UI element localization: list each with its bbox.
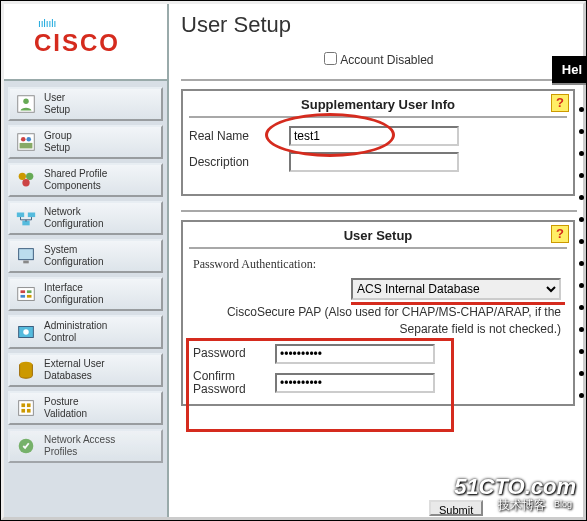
- profiles-icon: [14, 434, 38, 458]
- help-tab[interactable]: Hel: [552, 56, 586, 85]
- components-icon: [14, 168, 38, 192]
- sidebar-label: Network Configuration: [44, 206, 103, 230]
- sidebar-label: Administration Control: [44, 320, 107, 344]
- password-label: Password: [193, 347, 275, 360]
- help-bullet-list: [579, 107, 584, 398]
- network-icon: [14, 206, 38, 230]
- database-icon: [14, 358, 38, 382]
- confirm-password-label: Confirm Password: [193, 370, 275, 396]
- sidebar-label: User Setup: [44, 92, 70, 116]
- logo-bars-icon: ıılıılı: [38, 18, 161, 29]
- svg-rect-5: [20, 143, 33, 149]
- user-setup-panel: ? User Setup Password Authentication: AC…: [181, 220, 575, 406]
- divider: [181, 210, 577, 212]
- svg-rect-15: [21, 290, 26, 293]
- svg-rect-13: [23, 261, 29, 264]
- sidebar-label: System Configuration: [44, 244, 103, 268]
- sidebar-item-group-setup[interactable]: Group Setup: [8, 125, 163, 159]
- panel-title-supp: Supplementary User Info: [189, 93, 567, 114]
- sidebar-label: Posture Validation: [44, 396, 87, 420]
- sidebar-item-admin-control[interactable]: Administration Control: [8, 315, 163, 349]
- account-disabled-row: Account Disabled: [179, 48, 579, 77]
- sidebar-item-interface-config[interactable]: Interface Configuration: [8, 277, 163, 311]
- sidebar-item-access-profiles[interactable]: Network Access Profiles: [8, 429, 163, 463]
- password-auth-select[interactable]: ACS Internal Database: [351, 278, 561, 300]
- sidebar-item-network-config[interactable]: Network Configuration: [8, 201, 163, 235]
- svg-rect-22: [19, 401, 34, 416]
- svg-rect-9: [17, 213, 24, 218]
- svg-rect-12: [19, 249, 34, 260]
- svg-rect-10: [28, 213, 35, 218]
- sidebar-label: Interface Configuration: [44, 282, 103, 306]
- group-icon: [14, 130, 38, 154]
- submit-button[interactable]: Submit: [429, 500, 483, 516]
- real-name-label: Real Name: [189, 129, 289, 143]
- account-disabled-label: Account Disabled: [340, 53, 433, 67]
- help-icon[interactable]: ?: [551, 225, 569, 243]
- divider: [189, 116, 567, 118]
- posture-icon: [14, 396, 38, 420]
- sidebar-item-user-setup[interactable]: User Setup: [8, 87, 163, 121]
- svg-rect-16: [27, 290, 32, 293]
- sidebar-label: Shared Profile Components: [44, 168, 107, 192]
- interface-icon: [14, 282, 38, 306]
- sidebar-item-shared-profile[interactable]: Shared Profile Components: [8, 163, 163, 197]
- main-content: User Setup Account Disabled ? Supplement…: [169, 4, 583, 517]
- svg-point-3: [21, 137, 26, 142]
- brand-logo: ıılıılı CISCO: [4, 4, 167, 81]
- svg-point-7: [26, 173, 33, 180]
- page-title: User Setup: [179, 6, 579, 48]
- divider: [189, 247, 567, 249]
- account-disabled-checkbox[interactable]: [324, 52, 337, 65]
- svg-rect-18: [27, 295, 32, 298]
- svg-rect-26: [27, 409, 31, 413]
- svg-rect-17: [21, 295, 26, 298]
- confirm-password-input[interactable]: [275, 373, 435, 393]
- divider: [181, 79, 577, 81]
- password-input[interactable]: [275, 344, 435, 364]
- sidebar-label: Network Access Profiles: [44, 434, 115, 458]
- password-auth-label: Password Authentication:: [189, 257, 567, 278]
- sidebar-item-posture[interactable]: Posture Validation: [8, 391, 163, 425]
- description-input[interactable]: [289, 152, 459, 172]
- admin-icon: [14, 320, 38, 344]
- sidebar-item-system-config[interactable]: System Configuration: [8, 239, 163, 273]
- svg-point-20: [23, 329, 29, 335]
- user-icon: [14, 92, 38, 116]
- system-icon: [14, 244, 38, 268]
- brand-name: CISCO: [34, 29, 161, 57]
- panel-title-setup: User Setup: [189, 224, 567, 245]
- svg-rect-23: [21, 403, 25, 407]
- pap-note: CiscoSecure PAP (Also used for CHAP/MS-C…: [189, 300, 567, 344]
- sidebar-item-external-db[interactable]: External User Databases: [8, 353, 163, 387]
- svg-rect-14: [18, 288, 35, 301]
- supplementary-info-panel: ? Supplementary User Info Real Name Desc…: [181, 89, 575, 196]
- svg-rect-25: [21, 409, 25, 413]
- real-name-input[interactable]: [289, 126, 459, 146]
- sidebar-label: External User Databases: [44, 358, 105, 382]
- svg-point-8: [22, 179, 29, 186]
- svg-rect-24: [27, 403, 31, 407]
- sidebar-label: Group Setup: [44, 130, 72, 154]
- sidebar: ıılıılı CISCO User Setup Group Setup Sha…: [4, 4, 169, 517]
- help-icon[interactable]: ?: [551, 94, 569, 112]
- svg-point-4: [26, 137, 31, 142]
- svg-point-1: [23, 99, 29, 105]
- svg-point-6: [19, 173, 26, 180]
- description-label: Description: [189, 155, 289, 169]
